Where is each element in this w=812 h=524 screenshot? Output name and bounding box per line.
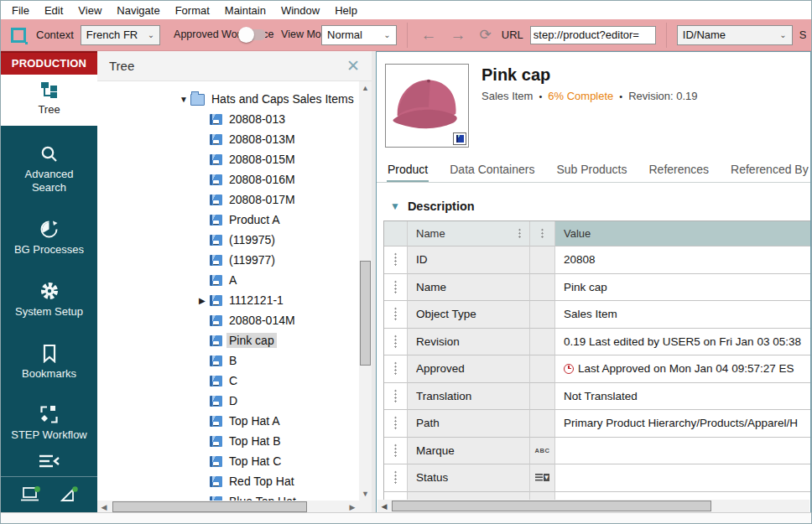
sidebar-item-bookmarks[interactable]: Bookmarks (1, 336, 97, 388)
tree-item[interactable]: 20808-017M (97, 189, 359, 210)
tree-item[interactable]: 20808-014M (97, 310, 359, 330)
tree-panel-title: Tree (109, 59, 343, 73)
url-input[interactable] (530, 26, 656, 44)
scrollbar-thumb[interactable] (392, 501, 711, 511)
sidebar-item-step-workflow[interactable]: STEP Workflow (1, 397, 97, 449)
row-drag-handle[interactable] (384, 410, 408, 438)
attribute-value[interactable]: Pink cap (555, 274, 811, 302)
editor-tab[interactable]: Product (387, 159, 429, 182)
attribute-value[interactable] (555, 438, 811, 465)
expander-icon[interactable] (180, 95, 190, 104)
editor-tab[interactable]: Referenced By (730, 159, 809, 182)
tree-item[interactable]: Top Hat A (97, 411, 359, 431)
close-icon[interactable]: ✕ (343, 58, 363, 74)
tree-item[interactable]: B (97, 350, 359, 371)
clipped-search-text: S (799, 29, 806, 41)
approved-workspace-label: Approved Workspace (174, 29, 234, 40)
sidebar-item-advanced-search[interactable]: Advanced Search (1, 137, 97, 201)
name-column-header[interactable]: Name (408, 221, 530, 246)
row-drag-handle[interactable] (384, 464, 408, 492)
tree-item[interactable]: Pink cap (97, 330, 359, 350)
column-menu-icon[interactable] (541, 228, 544, 239)
view-mode-select[interactable]: Normal ⌄ (321, 25, 396, 45)
forward-button[interactable]: → (447, 27, 470, 43)
scroll-up-icon[interactable]: ▲ (359, 81, 372, 95)
tree-item[interactable]: A (97, 270, 359, 290)
refresh-button[interactable]: ⟳ (476, 28, 495, 42)
collapse-section-icon[interactable]: ▼ (390, 200, 400, 212)
row-drag-handle[interactable] (384, 438, 408, 465)
row-drag-handle[interactable] (384, 274, 408, 302)
approved-workspace-toggle[interactable] (241, 29, 266, 40)
editor-tab[interactable]: Sub Products (555, 159, 627, 182)
tree-item[interactable]: 20808-013M (97, 129, 359, 149)
node-icon (210, 195, 222, 205)
tree-item[interactable]: 20808-016M (97, 169, 359, 189)
object-title: Pink cap (481, 65, 698, 85)
tree-item[interactable]: Top Hat B (97, 431, 359, 451)
attribute-value[interactable]: 0.19 Last edited by USER5 on Fri Jan 03 … (555, 329, 811, 356)
target-type-select[interactable]: ID/Name ⌄ (677, 25, 793, 45)
attribute-value[interactable]: Sales Item (555, 301, 811, 329)
tree-vertical-scrollbar[interactable]: ▲ ▼ (359, 81, 372, 501)
menu-item[interactable]: View (70, 3, 109, 18)
product-thumbnail[interactable] (385, 64, 469, 148)
menu-item[interactable]: Maintain (217, 3, 273, 18)
editor-tab[interactable]: Data Containers (449, 159, 535, 182)
editor-horizontal-scrollbar[interactable]: ◀ (377, 500, 809, 513)
scroll-down-icon[interactable]: ▼ (359, 487, 372, 501)
context-select[interactable]: French FR ⌄ (81, 25, 160, 45)
attribute-value[interactable]: Not Translated (555, 383, 811, 411)
sidebar-item-system-setup[interactable]: System Setup (1, 273, 97, 326)
tree-item[interactable]: Top Hat C (97, 451, 359, 471)
tree-item[interactable]: Red Top Hat (97, 471, 359, 491)
row-drag-handle[interactable] (384, 355, 408, 383)
menu-item[interactable]: Help (327, 3, 365, 18)
tree-item[interactable]: 1112121-1 (97, 290, 359, 310)
collapse-sidebar-button[interactable] (1, 449, 97, 476)
row-drag-handle[interactable] (384, 246, 408, 274)
tree-item[interactable]: Blue Top Hat (97, 491, 359, 501)
attribute-value[interactable] (555, 464, 811, 492)
scrollbar-thumb[interactable] (360, 261, 371, 366)
attribute-name: ID (408, 246, 530, 274)
attribute-value[interactable]: Last Approved on Mon Jan 04 09:57:27 ES (555, 355, 811, 383)
tree-item[interactable]: (119975) (97, 230, 359, 250)
menu-item[interactable]: Format (168, 3, 217, 18)
sidebar-item-bg-processes[interactable]: BG Processes (1, 212, 97, 264)
tree-item[interactable]: 20808-015M (97, 149, 359, 169)
node-icon (210, 114, 222, 125)
tree-item[interactable]: (119977) (97, 250, 359, 270)
attribute-value[interactable]: 20808 (555, 246, 811, 274)
type-column-header[interactable] (530, 221, 555, 246)
tree-item[interactable]: Hats and Caps Sales Items (97, 89, 359, 109)
node-icon (210, 315, 222, 326)
tree-item[interactable]: Product A (97, 210, 359, 230)
main-toolbar: Context French FR ⌄ Approved Workspace V… (1, 19, 811, 51)
menu-item[interactable]: File (4, 3, 37, 18)
node-icon (210, 154, 222, 165)
menu-item[interactable]: Window (273, 3, 327, 18)
value-column-header[interactable]: Value (555, 221, 811, 246)
attribute-name: Status (408, 464, 530, 492)
attribute-value[interactable]: Primary Product Hierarchy/Products/Appar… (555, 410, 811, 438)
editor-tab[interactable]: References (648, 159, 710, 182)
row-drag-handle[interactable] (384, 329, 408, 356)
menu-item[interactable]: Navigate (109, 3, 167, 18)
row-drag-handle[interactable] (384, 301, 408, 329)
connection-status-icon[interactable] (60, 486, 79, 503)
menu-item[interactable]: Edit (37, 3, 70, 18)
sidebar-item-tree[interactable]: Tree (1, 75, 97, 127)
scrollbar-thumb[interactable] (112, 501, 307, 512)
node-icon (210, 355, 222, 366)
row-drag-handle[interactable] (384, 383, 408, 411)
scroll-left-icon[interactable]: ◀ (377, 500, 391, 513)
node-icon (210, 456, 222, 467)
expander-icon[interactable] (199, 296, 210, 305)
tree-item[interactable]: D (97, 391, 359, 411)
back-button[interactable]: ← (418, 27, 440, 43)
tree-item[interactable]: 20808-013 (97, 109, 359, 129)
tree-item[interactable]: C (97, 371, 359, 391)
online-clients-icon[interactable] (20, 486, 41, 503)
column-menu-icon[interactable] (518, 228, 521, 239)
